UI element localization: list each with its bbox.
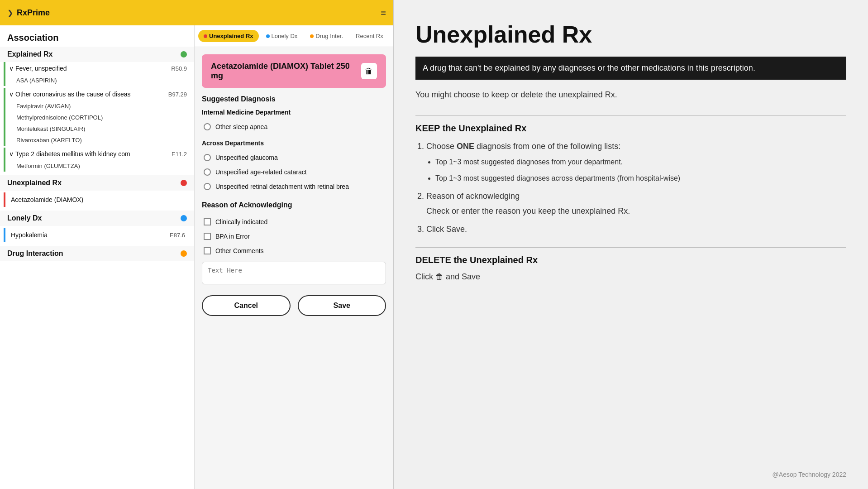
text-input[interactable]	[202, 262, 386, 284]
diagnosis-item-coronavirus[interactable]: ∨ Other coronavirus as the cause of dise…	[5, 88, 191, 101]
action-row: Cancel Save	[202, 295, 386, 323]
title-bar-left: ❯ RxPrime	[7, 8, 50, 18]
info-highlight: A drug that can't be explained by any di…	[415, 57, 846, 80]
radio-other-sleep-apnea[interactable]: Other sleep apnea	[202, 120, 386, 134]
menu-icon[interactable]: ≡	[381, 8, 386, 18]
main-content: Acetazolamide (DIAMOX) Tablet 250 mg 🗑 S…	[195, 47, 393, 489]
info-title: Unexplained Rx	[415, 22, 846, 48]
save-button[interactable]: Save	[298, 295, 386, 316]
diagnosis-code: R50.9	[171, 65, 187, 72]
bullet-1: Top 1~3 most suggested diagnoses from yo…	[435, 156, 846, 169]
drug-item: ASA (ASPIRIN)	[5, 75, 191, 86]
drug-card-name: Acetazolamide (DIAMOX) Tablet 250 mg	[211, 62, 361, 81]
lonely-dx-title: Lonely Dx	[7, 214, 42, 222]
diagnosis-group-fever: ∨ Fever, unspecified R50.9 ASA (ASPIRIN)	[4, 62, 191, 86]
keep-step-2: Reason of acknowledging Check or enter t…	[426, 189, 846, 218]
drug-interaction-title: Drug Interaction	[7, 249, 63, 258]
drug-item: Favipiravir (AVIGAN)	[5, 101, 191, 112]
checkbox	[204, 218, 211, 225]
drug-item: Methylprednisolone (CORTIPOL)	[5, 112, 191, 123]
chevron-right-icon[interactable]: ❯	[7, 9, 13, 17]
internal-medicine-heading: Internal Medicine Department	[202, 109, 386, 116]
suggested-diagnosis: Suggested Diagnosis Internal Medicine De…	[202, 95, 386, 194]
tab-unexplained-rx[interactable]: Unexplained Rx	[198, 30, 259, 42]
chevron-down-icon: ∨	[9, 150, 14, 158]
checkbox-label: Other Comments	[215, 247, 264, 254]
tab-dot-blue	[266, 34, 270, 38]
content-area: Association Explained Rx ∨ Fever, unspec…	[0, 25, 393, 489]
radio-label: Unspecified age-related cataract	[215, 168, 307, 176]
diagnosis-code: E11.2	[172, 151, 187, 158]
drug-item: Rivaroxaban (XARELTO)	[5, 134, 191, 146]
checkbox-bpa-in-error[interactable]: BPA in Error	[202, 229, 386, 244]
checkbox	[204, 233, 211, 240]
checkbox-other-comments[interactable]: Other Comments	[202, 244, 386, 258]
radio-circle	[204, 168, 211, 176]
step3-text: Click Save.	[426, 225, 467, 234]
diagnosis-name: Other coronavirus as the cause of diseas	[15, 91, 130, 98]
delete-section-title: DELETE the Unexplained Rx	[415, 255, 846, 265]
bullet-2: Top 1~3 most suggested diagnoses across …	[435, 172, 846, 185]
info-panel: Unexplained Rx A drug that can't be expl…	[394, 0, 868, 489]
main-panel: Unexplained Rx Lonely Dx Drug Inter. Rec…	[195, 25, 393, 489]
drug-item: Metformin (GLUMETZA)	[5, 160, 191, 172]
radio-retinal-detachment[interactable]: Unspecified retinal detachment with reti…	[202, 179, 386, 194]
explained-rx-section: Explained Rx ∨ Fever, unspecified R50.9 …	[0, 47, 194, 172]
radio-unspecified-glaucoma[interactable]: Unspecified glaucoma	[202, 150, 386, 165]
unexplained-item[interactable]: Acetazolamide (DIAMOX)	[4, 192, 191, 207]
app-title: RxPrime	[17, 8, 50, 18]
tab-dot-red	[204, 34, 207, 38]
sidebar-header: Association	[0, 31, 194, 47]
unexplained-rx-title-row: Unexplained Rx	[0, 175, 194, 191]
explained-rx-dot	[181, 51, 187, 58]
keep-section-title: KEEP the Unexplained Rx	[415, 123, 846, 134]
drug-item: Montelukast (SINGULAIR)	[5, 123, 191, 134]
acknowledge-section: Reason of Acknowledging Clinically indic…	[202, 201, 386, 286]
chevron-down-icon: ∨	[9, 65, 14, 72]
keep-step-1: Choose ONE diagnosis from one of the fol…	[426, 139, 846, 185]
radio-label: Unspecified glaucoma	[215, 154, 278, 161]
checkbox	[204, 247, 211, 254]
diagnosis-name: Type 2 diabetes mellitus with kidney com	[15, 150, 130, 158]
drug-interaction-section: Drug Interaction	[0, 246, 194, 261]
keep-rest: the Unexplained Rx	[440, 123, 526, 133]
keep-steps: Choose ONE diagnosis from one of the fol…	[415, 139, 846, 240]
delete-bold: DELETE	[415, 255, 451, 265]
suggested-diagnosis-heading: Suggested Diagnosis	[202, 95, 386, 103]
chevron-down-icon: ∨	[9, 91, 14, 98]
sidebar: Association Explained Rx ∨ Fever, unspec…	[0, 25, 195, 489]
delete-click: Click	[415, 272, 433, 281]
radio-circle	[204, 154, 211, 161]
diagnosis-item-diabetes[interactable]: ∨ Type 2 diabetes mellitus with kidney c…	[5, 148, 191, 160]
step2-text: Reason of acknowledging	[426, 192, 520, 201]
tab-lonely-dx[interactable]: Lonely Dx	[261, 30, 303, 42]
keep-bullets: Top 1~3 most suggested diagnoses from yo…	[426, 156, 846, 186]
diagnosis-name: Fever, unspecified	[15, 65, 67, 72]
lonely-dx-name: Hypokalemia	[11, 231, 48, 239]
across-departments-heading: Across Departments	[202, 139, 386, 147]
keep-step-3: Click Save.	[426, 222, 846, 236]
diagnosis-item-fever[interactable]: ∨ Fever, unspecified R50.9	[5, 62, 191, 75]
delete-and-save: and Save	[446, 272, 480, 281]
drug-interaction-title-row: Drug Interaction	[0, 246, 194, 261]
checkbox-clinically-indicated[interactable]: Clinically indicated	[202, 215, 386, 229]
app-panel: ❯ RxPrime ≡ Association Explained Rx ∨	[0, 0, 394, 489]
tab-drug-inter[interactable]: Drug Inter.	[305, 30, 348, 42]
radio-age-related-cataract[interactable]: Unspecified age-related cataract	[202, 165, 386, 179]
tabs-row: Unexplained Rx Lonely Dx Drug Inter. Rec…	[195, 25, 393, 47]
explained-rx-title-row: Explained Rx	[0, 47, 194, 62]
radio-circle	[204, 183, 211, 190]
drug-interaction-dot	[181, 250, 187, 257]
delete-drug-button[interactable]: 🗑	[361, 63, 377, 79]
tab-recent-rx[interactable]: Recent Rx	[350, 30, 389, 42]
checkbox-label: Clinically indicated	[215, 218, 267, 225]
delete-rest: the Unexplained Rx	[451, 255, 538, 265]
lonely-dx-item[interactable]: Hypokalemia E87.6	[4, 228, 191, 242]
cancel-button[interactable]: Cancel	[202, 295, 291, 316]
diagnosis-code: B97.29	[168, 91, 187, 98]
keep-bold: KEEP	[415, 123, 440, 133]
lonely-dx-section: Lonely Dx Hypokalemia E87.6	[0, 211, 194, 242]
drug-card: Acetazolamide (DIAMOX) Tablet 250 mg 🗑	[202, 54, 386, 88]
trash-icon-inline: 🗑	[435, 271, 444, 283]
tab-label: Lonely Dx	[272, 33, 298, 39]
